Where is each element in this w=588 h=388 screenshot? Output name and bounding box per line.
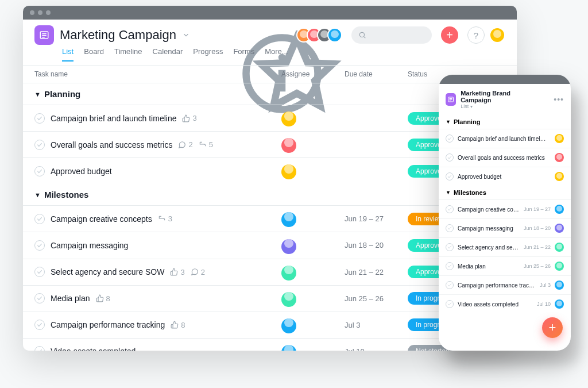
complete-check-icon[interactable] — [446, 281, 454, 289]
sliders-icon[interactable] — [537, 95, 547, 104]
assignee-avatar[interactable] — [281, 164, 296, 179]
task-name: Approved budget — [458, 174, 547, 180]
collaborator-avatars[interactable] — [296, 28, 342, 43]
collaborator-avatar[interactable] — [327, 28, 342, 43]
tab-progress[interactable]: Progress — [193, 47, 223, 62]
tab-list[interactable]: List — [62, 47, 74, 62]
assignee-avatar[interactable] — [281, 345, 296, 351]
like-meta: 8 — [171, 321, 185, 329]
complete-check-icon[interactable] — [446, 243, 454, 251]
like-meta: 3 — [170, 268, 184, 276]
project-icon[interactable] — [446, 93, 456, 106]
assignee-avatar[interactable] — [281, 112, 296, 126]
like-meta: 3 — [182, 114, 196, 122]
tab-timeline[interactable]: Timeline — [114, 47, 142, 62]
project-title[interactable]: Marketing Campaign — [60, 28, 176, 43]
mobile-task-row[interactable]: Media plan Jun 25 – 26 — [439, 256, 571, 275]
add-button[interactable]: + — [441, 26, 458, 44]
task-name: Media plan — [51, 294, 90, 303]
project-header: Marketing Campaign + ? — [23, 20, 517, 45]
mobile-task-row[interactable]: Campaign creative concepts Jun 19 – 27 — [439, 199, 571, 218]
mobile-task-row[interactable]: Campaign messaging Jun 18 – 20 — [439, 218, 571, 237]
complete-check-icon[interactable] — [34, 140, 45, 150]
task-name: Video assets completed — [458, 301, 533, 308]
complete-check-icon[interactable] — [34, 267, 45, 277]
task-name: Select agency and secure SOW — [51, 267, 164, 276]
mobile-task-row[interactable]: Campaign brief and launch timeline — [439, 129, 571, 148]
col-assignee: Assignee — [281, 70, 345, 78]
tab-board[interactable]: Board — [84, 47, 104, 62]
help-button[interactable]: ? — [467, 26, 485, 44]
due-date[interactable]: Jul 10 — [345, 347, 408, 351]
due-date[interactable]: Jun 18 – 20 — [345, 241, 408, 249]
complete-check-icon[interactable] — [34, 214, 45, 224]
assignee-avatar[interactable] — [281, 212, 296, 227]
due-date[interactable]: Jun 25 – 26 — [345, 294, 408, 303]
complete-check-icon[interactable] — [446, 262, 454, 270]
info-icon[interactable] — [196, 30, 205, 40]
complete-check-icon[interactable] — [446, 205, 454, 213]
assignee-avatar[interactable] — [555, 262, 564, 271]
complete-check-icon[interactable] — [446, 300, 454, 308]
task-name: Overall goals and success metrics — [458, 155, 547, 161]
complete-check-icon[interactable] — [446, 224, 454, 232]
chevron-down-icon[interactable]: ▾ — [470, 104, 473, 109]
complete-check-icon[interactable] — [34, 346, 45, 351]
mobile-add-button[interactable]: + — [542, 317, 563, 338]
chevron-down-icon[interactable] — [182, 31, 190, 39]
task-name: Media plan — [458, 263, 520, 270]
mobile-section-header[interactable]: ▼ Planning — [439, 115, 571, 129]
assignee-avatar[interactable] — [555, 134, 564, 143]
assignee-avatar[interactable] — [555, 205, 564, 214]
complete-check-icon[interactable] — [446, 135, 454, 143]
assignee-avatar[interactable] — [281, 239, 296, 254]
assignee-avatar[interactable] — [555, 172, 564, 181]
task-name: Campaign creative concepts — [51, 214, 152, 224]
due-date[interactable]: Jun 19 – 27 — [345, 214, 408, 223]
assignee-avatar[interactable] — [555, 299, 564, 309]
complete-check-icon[interactable] — [34, 240, 45, 251]
col-task: Task name — [34, 70, 281, 78]
comment-meta: 2 — [191, 268, 205, 276]
complete-check-icon[interactable] — [34, 293, 45, 304]
due-date: Jul 10 — [537, 301, 551, 307]
tab-more[interactable]: More... — [265, 47, 288, 62]
mobile-task-row[interactable]: Video assets completed Jul 10 — [439, 294, 571, 313]
tab-forms[interactable]: Forms — [233, 47, 254, 62]
assignee-avatar[interactable] — [281, 138, 296, 153]
me-avatar[interactable] — [489, 27, 505, 43]
due-date[interactable]: Jun 21 – 22 — [345, 268, 408, 276]
mobile-view-label[interactable]: List — [461, 103, 469, 109]
due-date[interactable]: Jul 3 — [345, 321, 408, 329]
task-name: Select agency and secure SOW — [458, 244, 520, 251]
complete-check-icon[interactable] — [446, 153, 454, 162]
assignee-avatar[interactable] — [281, 266, 296, 281]
assignee-avatar[interactable] — [555, 281, 564, 290]
assignee-avatar[interactable] — [555, 224, 564, 233]
assignee-avatar[interactable] — [555, 153, 564, 162]
complete-check-icon[interactable] — [34, 320, 45, 330]
subtask-meta: 3 — [158, 214, 172, 223]
mobile-task-list: ▼ Planning Campaign brief and launch tim… — [439, 115, 571, 313]
mobile-task-row[interactable]: Overall goals and success metrics — [439, 148, 571, 167]
search-input[interactable] — [351, 26, 432, 44]
task-name: Approved budget — [51, 167, 112, 176]
project-icon[interactable] — [34, 25, 54, 45]
assignee-avatar[interactable] — [281, 292, 296, 307]
comment-meta: 2 — [178, 140, 192, 149]
mobile-title[interactable]: Marketing Brand Campaign — [461, 90, 528, 103]
assignee-avatar[interactable] — [281, 318, 296, 333]
mobile-section-header[interactable]: ▼ Milestones — [439, 186, 571, 199]
more-icon[interactable]: ••• — [554, 95, 564, 104]
complete-check-icon[interactable] — [34, 113, 45, 124]
mobile-task-row[interactable]: Approved budget — [439, 167, 571, 186]
like-meta: 8 — [96, 294, 110, 303]
mobile-task-row[interactable]: Select agency and secure SOW Jun 21 – 22 — [439, 237, 571, 256]
assignee-avatar[interactable] — [555, 243, 564, 252]
star-icon[interactable] — [211, 30, 220, 40]
complete-check-icon[interactable] — [446, 172, 454, 180]
section-name: Planning — [44, 89, 80, 99]
complete-check-icon[interactable] — [34, 166, 45, 176]
tab-calendar[interactable]: Calendar — [153, 47, 183, 62]
mobile-task-row[interactable]: Campaign performance tracking Jul 3 — [439, 275, 571, 294]
